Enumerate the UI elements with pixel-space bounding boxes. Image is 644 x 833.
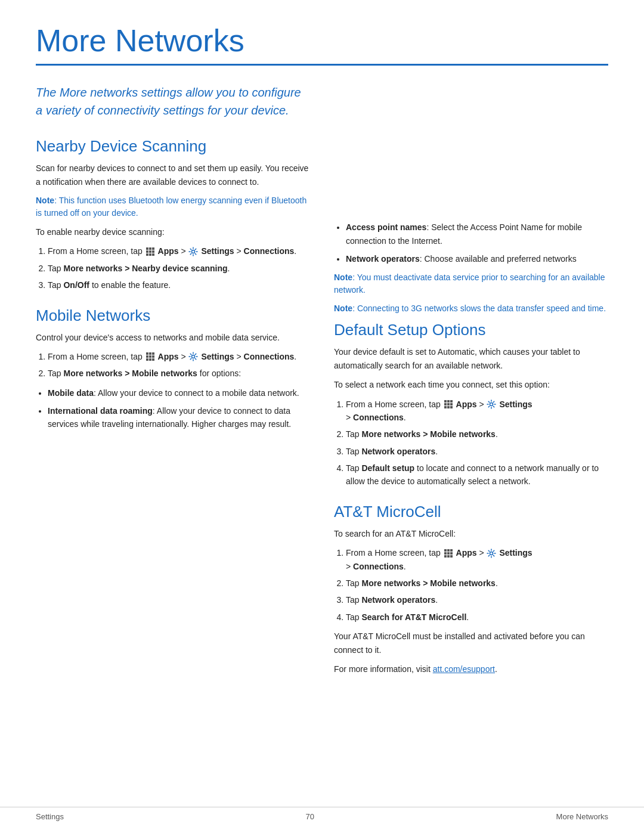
att-step-3: Tap Network operators. bbox=[346, 593, 608, 606]
mobile-networks-title: Mobile Networks bbox=[36, 306, 310, 325]
att-microcell-section: AT&T MicroCell To search for an AT&T Mic… bbox=[334, 503, 608, 676]
default-step-2: Tap More networks > Mobile networks. bbox=[346, 428, 608, 441]
default-step-4: Tap Default setup to locate and connect … bbox=[346, 462, 608, 488]
svg-rect-21 bbox=[447, 400, 450, 402]
mobile-bullet-intl-roaming: International data roaming: Allow your d… bbox=[48, 404, 310, 431]
settings-icon-2 bbox=[188, 352, 198, 361]
svg-rect-22 bbox=[450, 400, 453, 402]
svg-rect-10 bbox=[146, 352, 148, 355]
mobile-step-1: From a Home screen, tap Apps > Settings … bbox=[48, 350, 310, 363]
svg-rect-17 bbox=[149, 358, 151, 361]
svg-rect-4 bbox=[149, 250, 151, 253]
svg-rect-31 bbox=[447, 549, 450, 552]
nearby-step-1: From a Home screen, tap Apps > Settings … bbox=[48, 244, 310, 258]
att-microcell-title: AT&T MicroCell bbox=[334, 503, 608, 521]
content-columns: The More networks settings allow you to … bbox=[36, 83, 608, 690]
att-step-4: Tap Search for AT&T MicroCell. bbox=[346, 611, 608, 624]
att-step-1: From a Home screen, tap Apps > Settings … bbox=[346, 546, 608, 573]
svg-rect-32 bbox=[450, 549, 453, 552]
default-setup-steps: From a Home screen, tap Apps > Settings … bbox=[346, 398, 608, 488]
svg-rect-7 bbox=[149, 253, 151, 256]
svg-rect-1 bbox=[149, 247, 151, 250]
att-step-2: Tap More networks > Mobile networks. bbox=[346, 577, 608, 590]
default-step-1: From a Home screen, tap Apps > Settings … bbox=[346, 398, 608, 425]
page-footer: Settings 70 More Networks bbox=[0, 807, 644, 821]
settings-icon-4 bbox=[487, 549, 496, 558]
svg-rect-0 bbox=[146, 247, 148, 250]
apps-icon-4 bbox=[444, 549, 453, 558]
note-3g: Note: Connecting to 3G networks slows th… bbox=[334, 302, 608, 315]
footer-right: More Networks bbox=[556, 812, 608, 821]
nearby-instructions-label: To enable nearby device scanning: bbox=[36, 225, 310, 239]
page-title: More Networks bbox=[36, 24, 608, 58]
svg-rect-30 bbox=[444, 549, 447, 552]
default-step-3: Tap Network operators. bbox=[346, 445, 608, 458]
svg-point-29 bbox=[490, 402, 493, 405]
nearby-note: Note: This function uses Bluetooth low e… bbox=[36, 194, 310, 219]
svg-rect-35 bbox=[450, 552, 453, 555]
mobile-steps-list: From a Home screen, tap Apps > Settings … bbox=[48, 350, 310, 380]
nearby-step-2: Tap More networks > Nearby device scanni… bbox=[48, 262, 310, 275]
right-bullet-list: Access point names: Select the Access Po… bbox=[346, 221, 608, 265]
svg-rect-38 bbox=[450, 555, 453, 558]
apps-icon-2 bbox=[145, 352, 155, 361]
mobile-bullet-mobile-data: Mobile data: Allow your device to connec… bbox=[48, 386, 310, 400]
settings-icon-1 bbox=[188, 247, 198, 256]
right-col-bullets-top: Access point names: Select the Access Po… bbox=[334, 221, 608, 315]
svg-rect-33 bbox=[444, 552, 447, 555]
att-steps: From a Home screen, tap Apps > Settings … bbox=[346, 546, 608, 624]
svg-rect-34 bbox=[447, 552, 450, 555]
svg-rect-6 bbox=[146, 253, 148, 256]
right-column: Access point names: Select the Access Po… bbox=[334, 83, 608, 690]
svg-rect-3 bbox=[146, 250, 148, 253]
svg-rect-15 bbox=[152, 355, 154, 358]
nearby-device-title: Nearby Device Scanning bbox=[36, 137, 310, 156]
nearby-steps-list: From a Home screen, tap Apps > Settings … bbox=[48, 244, 310, 292]
intro-text: The More networks settings allow you to … bbox=[36, 83, 310, 119]
left-column: The More networks settings allow you to … bbox=[36, 83, 310, 690]
svg-rect-5 bbox=[152, 250, 154, 253]
att-description: To search for an AT&T MicroCell: bbox=[334, 527, 608, 540]
mobile-networks-description: Control your device's access to networks… bbox=[36, 331, 310, 344]
apps-icon-1 bbox=[145, 247, 155, 256]
att-closing1: Your AT&T MicroCell must be installed an… bbox=[334, 630, 608, 657]
svg-rect-14 bbox=[149, 355, 151, 358]
svg-rect-37 bbox=[447, 555, 450, 558]
svg-rect-16 bbox=[146, 358, 148, 361]
apps-icon-3 bbox=[444, 400, 453, 409]
nearby-device-description: Scan for nearby devices to connect to an… bbox=[36, 162, 310, 188]
svg-rect-11 bbox=[149, 352, 151, 355]
note-deactivate: Note: You must deactivate data service p… bbox=[334, 271, 608, 296]
svg-rect-18 bbox=[152, 358, 154, 361]
page-container: More Networks The More networks settings… bbox=[0, 0, 644, 726]
svg-rect-12 bbox=[152, 352, 154, 355]
svg-point-39 bbox=[490, 552, 493, 555]
svg-rect-25 bbox=[450, 403, 453, 405]
svg-rect-24 bbox=[447, 403, 450, 405]
title-divider bbox=[36, 64, 608, 66]
svg-rect-8 bbox=[152, 253, 154, 256]
footer-left: Settings bbox=[36, 812, 64, 821]
svg-rect-20 bbox=[444, 400, 447, 402]
default-setup-title: Default Setup Options bbox=[334, 321, 608, 339]
svg-rect-13 bbox=[146, 355, 148, 358]
svg-rect-23 bbox=[444, 403, 447, 405]
svg-rect-27 bbox=[447, 406, 450, 408]
bullet-access-point: Access point names: Select the Access Po… bbox=[346, 221, 608, 247]
svg-point-19 bbox=[192, 355, 195, 358]
default-setup-desc2: To select a network each time you connec… bbox=[334, 378, 608, 391]
svg-rect-26 bbox=[444, 406, 447, 408]
footer-center: 70 bbox=[306, 812, 314, 821]
nearby-step-3: Tap On/Off to enable the feature. bbox=[48, 278, 310, 292]
mobile-networks-section: Mobile Networks Control your device's ac… bbox=[36, 306, 310, 431]
mobile-bullet-list: Mobile data: Allow your device to connec… bbox=[48, 386, 310, 431]
mobile-step-2: Tap More networks > Mobile networks for … bbox=[48, 367, 310, 380]
bullet-network-operators: Network operators: Choose available and … bbox=[346, 252, 608, 265]
svg-point-9 bbox=[192, 250, 195, 253]
svg-rect-28 bbox=[450, 406, 453, 408]
att-closing2: For more information, visit att.com/esup… bbox=[334, 662, 608, 676]
nearby-device-section: Nearby Device Scanning Scan for nearby d… bbox=[36, 137, 310, 292]
svg-rect-2 bbox=[152, 247, 154, 250]
svg-rect-36 bbox=[444, 555, 447, 558]
att-link[interactable]: att.com/esupport bbox=[433, 664, 495, 674]
